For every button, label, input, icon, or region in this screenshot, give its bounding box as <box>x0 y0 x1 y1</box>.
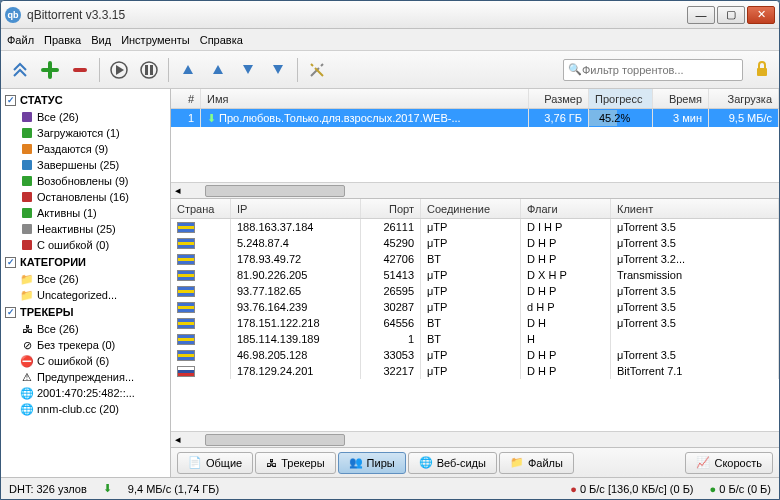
sidebar-status-item[interactable]: Неактивны (25) <box>3 221 168 237</box>
svg-rect-8 <box>22 144 32 154</box>
col-progress[interactable]: Прогресс <box>589 89 653 108</box>
sidebar-category-item[interactable]: 📁Все (26) <box>3 271 168 287</box>
cell-flags: D X H P <box>521 267 611 283</box>
peer-row[interactable]: 46.98.205.128 33053 μTP D H P μTorrent 3… <box>171 347 779 363</box>
resume-button[interactable] <box>106 57 132 83</box>
tab-webseeds[interactable]: 🌐Веб-сиды <box>408 452 497 474</box>
scroll-thumb[interactable] <box>205 185 345 197</box>
sidebar-status-item[interactable]: Возобновлены (9) <box>3 173 168 189</box>
col-name[interactable]: Имя <box>201 89 529 108</box>
sidebar-status-item[interactable]: Активны (1) <box>3 205 168 221</box>
col-port[interactable]: Порт <box>361 199 421 218</box>
tab-files[interactable]: 📁Файлы <box>499 452 574 474</box>
h-scrollbar[interactable]: ◂ <box>171 182 779 198</box>
sidebar-tracker-item[interactable]: 🌐2001:470:25:482::... <box>3 385 168 401</box>
col-number[interactable]: # <box>171 89 201 108</box>
peer-row[interactable]: 5.248.87.4 45290 μTP D H P μTorrent 3.5 <box>171 235 779 251</box>
menu-view[interactable]: Вид <box>91 34 111 46</box>
peer-row[interactable]: 185.114.139.189 1 BT H <box>171 331 779 347</box>
menu-file[interactable]: Файл <box>7 34 34 46</box>
move-down-button[interactable] <box>235 57 261 83</box>
cell-port: 45290 <box>361 235 421 251</box>
peer-row[interactable]: 178.151.122.218 64556 BT D H μTorrent 3.… <box>171 315 779 331</box>
up-limit: 0 Б/с (0 Б) <box>719 483 771 495</box>
cell-client: μTorrent 3.5 <box>611 315 779 331</box>
peer-row[interactable]: 93.77.182.65 26595 μTP D H P μTorrent 3.… <box>171 283 779 299</box>
sidebar-status-item[interactable]: Раздаются (9) <box>3 141 168 157</box>
sidebar-categories-header[interactable]: ✓КАТЕГОРИИ <box>3 253 168 271</box>
sidebar-item-label: Все (26) <box>37 273 79 285</box>
tab-peers[interactable]: 👥Пиры <box>338 452 406 474</box>
sidebar-item-label: Активны (1) <box>37 207 97 219</box>
search-box[interactable]: 🔍 <box>563 59 743 81</box>
move-bottom-button[interactable] <box>265 57 291 83</box>
menu-tools[interactable]: Инструменты <box>121 34 190 46</box>
sidebar-status-item[interactable]: Загружаются (1) <box>3 125 168 141</box>
flag-icon <box>177 270 195 281</box>
cell-ip: 81.90.226.205 <box>231 267 361 283</box>
sidebar-item-label: Остановлены (16) <box>37 191 129 203</box>
col-client[interactable]: Клиент <box>611 199 779 218</box>
peer-row[interactable]: 188.163.37.184 26111 μTP D I H P μTorren… <box>171 219 779 235</box>
menu-edit[interactable]: Правка <box>44 34 81 46</box>
settings-button[interactable] <box>304 57 330 83</box>
minimize-button[interactable]: — <box>687 6 715 24</box>
col-country[interactable]: Страна <box>171 199 231 218</box>
sidebar-status-item[interactable]: Все (26) <box>3 109 168 125</box>
tab-trackers[interactable]: 🖧Трекеры <box>255 452 335 474</box>
close-button[interactable]: ✕ <box>747 6 775 24</box>
warn-icon: ⚠ <box>21 371 33 383</box>
cell-progress: 45.2% <box>589 109 653 127</box>
checkbox-icon: ✓ <box>5 95 16 106</box>
col-ip[interactable]: IP <box>231 199 361 218</box>
sidebar-status-item[interactable]: Завершены (25) <box>3 157 168 173</box>
col-download[interactable]: Загрузка <box>709 89 779 108</box>
sidebar-tracker-item[interactable]: 🌐nnm-club.cc (20) <box>3 401 168 417</box>
menu-help[interactable]: Справка <box>200 34 243 46</box>
peer-row[interactable]: 178.93.49.72 42706 BT D H P μTorrent 3.2… <box>171 251 779 267</box>
col-time[interactable]: Время <box>653 89 709 108</box>
col-size[interactable]: Размер <box>529 89 589 108</box>
transfer-row[interactable]: 1 ⬇ Про.любовь.Только.для.взрослых.2017.… <box>171 109 779 127</box>
sidebar-status-item[interactable]: С ошибкой (0) <box>3 237 168 253</box>
col-connection[interactable]: Соединение <box>421 199 521 218</box>
lock-icon[interactable] <box>753 60 773 80</box>
cell-ip: 93.76.164.239 <box>231 299 361 315</box>
sidebar-trackers-header[interactable]: ✓ТРЕКЕРЫ <box>3 303 168 321</box>
sidebar-item-label: Без трекера (0) <box>37 339 115 351</box>
sidebar-tracker-item[interactable]: ⊘Без трекера (0) <box>3 337 168 353</box>
search-input[interactable] <box>582 64 738 76</box>
sidebar-tracker-item[interactable]: 🖧Все (26) <box>3 321 168 337</box>
delete-button[interactable] <box>67 57 93 83</box>
sidebar-category-item[interactable]: 📁Uncategorized... <box>3 287 168 303</box>
status-dot-icon <box>21 143 33 155</box>
cell-conn: BT <box>421 331 521 347</box>
folder-icon: 📁 <box>510 456 524 469</box>
tab-general[interactable]: 📄Общие <box>177 452 253 474</box>
titlebar[interactable]: qb qBittorrent v3.3.15 — ▢ ✕ <box>1 1 779 29</box>
cell-country <box>171 347 231 363</box>
move-top-button[interactable] <box>175 57 201 83</box>
cell-client <box>611 331 779 347</box>
peer-row[interactable]: 178.129.24.201 32217 μTP D H P BitTorren… <box>171 363 779 379</box>
svg-rect-13 <box>22 224 32 234</box>
maximize-button[interactable]: ▢ <box>717 6 745 24</box>
add-link-button[interactable] <box>7 57 33 83</box>
move-up-button[interactable] <box>205 57 231 83</box>
sidebar-status-header[interactable]: ✓СТАТУС <box>3 91 168 109</box>
h-scrollbar[interactable]: ◂ <box>171 431 779 447</box>
cell-dl: 9,5 МБ/с <box>709 109 779 127</box>
svg-rect-3 <box>145 65 148 75</box>
sidebar-status-item[interactable]: Остановлены (16) <box>3 189 168 205</box>
tab-speed[interactable]: 📈Скорость <box>685 452 773 474</box>
cell-country <box>171 251 231 267</box>
pause-button[interactable] <box>136 57 162 83</box>
sidebar-tracker-item[interactable]: ⚠Предупреждения... <box>3 369 168 385</box>
add-torrent-button[interactable] <box>37 57 63 83</box>
cell-flags: D H P <box>521 251 611 267</box>
sidebar-tracker-item[interactable]: ⛔С ошибкой (6) <box>3 353 168 369</box>
col-flags[interactable]: Флаги <box>521 199 611 218</box>
peer-row[interactable]: 81.90.226.205 51413 μTP D X H P Transmis… <box>171 267 779 283</box>
scroll-thumb[interactable] <box>205 434 345 446</box>
peer-row[interactable]: 93.76.164.239 30287 μTP d H P μTorrent 3… <box>171 299 779 315</box>
